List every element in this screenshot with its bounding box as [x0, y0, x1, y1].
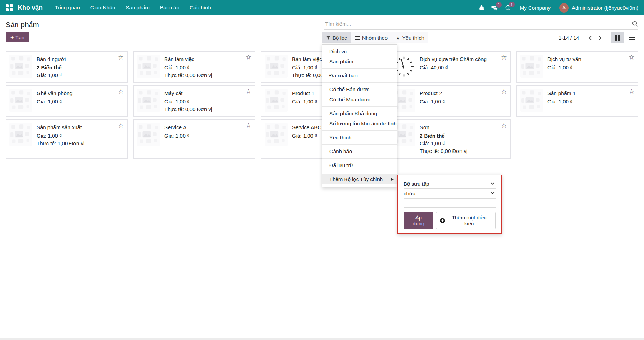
product-card-body: Bàn làm việc Giá: 1,00 ₫ Thực tế: 0,00 Đ… — [164, 55, 212, 79]
chevron-down-icon — [490, 182, 495, 185]
pager-counter: 1-14 / 14 — [559, 35, 579, 41]
product-card[interactable]: Ghế văn phòng Giá: 1,00 ₫ — [6, 85, 128, 117]
product-image-placeholder — [9, 89, 32, 112]
apply-button[interactable]: Áp dụng — [404, 212, 433, 229]
nav-item-products[interactable]: Sản phẩm — [120, 0, 155, 15]
page-title: Sản phẩm — [6, 20, 39, 29]
filters-button-label: Bộ lọc — [332, 35, 347, 41]
product-card[interactable]: Sản phẩm sản xuất Giá: 1,00 ₫ Thực tế: 1… — [6, 119, 128, 159]
star-icon[interactable] — [501, 87, 507, 95]
star-icon[interactable] — [118, 87, 124, 95]
nav-item-transfers[interactable]: Giao Nhận — [85, 0, 121, 15]
favorite-icon — [396, 35, 400, 41]
kanban-view-button[interactable] — [611, 32, 624, 43]
product-card[interactable]: Service A Giá: 1,00 ₫ — [133, 119, 255, 159]
nav-item-reports[interactable]: Báo cáo — [155, 0, 185, 15]
activity-icon[interactable]: 1 — [505, 5, 511, 11]
product-onhand-qty: Thực tế: 0,00 Đơn vị — [420, 147, 467, 155]
bug-icon[interactable] — [479, 5, 485, 11]
favorites-button[interactable]: Yêu thích — [392, 32, 428, 43]
app-brand[interactable]: Kho vận — [18, 4, 43, 11]
view-switcher — [611, 32, 638, 43]
apps-menu-icon[interactable] — [6, 4, 13, 11]
menu-divider — [322, 158, 397, 159]
product-title: Sơn — [420, 124, 467, 131]
add-condition-button[interactable]: Thêm một điều kiện — [436, 212, 496, 229]
star-icon[interactable] — [501, 122, 507, 130]
star-icon[interactable] — [246, 53, 252, 61]
filter-menu-item[interactable]: Cảnh báo — [322, 146, 397, 156]
product-title: Sản phẩm sản xuất — [37, 124, 84, 131]
groupby-button[interactable]: Nhóm theo — [351, 32, 392, 43]
pager-next-button[interactable] — [595, 33, 605, 43]
product-title: Ghế văn phòng — [37, 90, 73, 97]
search-bar — [324, 18, 638, 30]
nav-item-overview[interactable]: Tổng quan — [50, 0, 85, 15]
product-image-placeholder — [520, 89, 543, 112]
product-card-body: Dịch vụ dựa trên Chấm công Giá: 40,00 ₫ — [420, 55, 487, 79]
product-card[interactable]: Dịch vụ dựa trên Chấm công Giá: 40,00 ₫ — [389, 51, 511, 83]
star-icon[interactable] — [629, 53, 635, 61]
star-icon[interactable] — [246, 122, 252, 130]
product-card-body: Dịch vụ tư vấn Giá: 1,00 ₫ — [547, 55, 581, 79]
product-card[interactable]: Sơn 2 Biến thể Giá: 1,00 ₫ Thực tế: 0,00… — [389, 119, 511, 159]
list-view-button[interactable] — [624, 32, 638, 43]
filter-menu-item[interactable]: Sản phẩm Khả dụng — [322, 108, 397, 118]
create-button[interactable]: Tạo — [6, 32, 29, 42]
menu-divider — [322, 144, 397, 145]
product-card[interactable]: Dịch vụ tư vấn Giá: 1,00 ₫ — [516, 51, 638, 83]
create-button-label: Tạo — [15, 34, 24, 40]
filter-menu-item[interactable]: Có thể Bán được — [322, 84, 397, 94]
filter-menu-item[interactable]: Đã xuất bản — [322, 70, 397, 80]
product-card[interactable]: Sản phẩm 1 Giá: 1,00 ₫ — [516, 85, 638, 117]
star-icon[interactable] — [118, 122, 124, 130]
product-card[interactable]: Máy cắt Giá: 1,00 ₫ Thực tế: 0,00 Đơn vị — [133, 85, 255, 117]
filter-menu-item[interactable]: Dịch vụ — [322, 46, 397, 56]
user-menu[interactable]: A Administrator (fj6nyue0vi9m) — [559, 3, 638, 13]
product-price: Giá: 1,00 ₫ — [547, 64, 581, 71]
product-price: Giá: 1,00 ₫ — [292, 132, 321, 140]
product-title: Bàn 4 người — [37, 55, 66, 63]
custom-filter-field-select[interactable]: Bộ sưu tập — [404, 179, 496, 189]
nav-item-config[interactable]: Cấu hình — [185, 0, 216, 15]
horizontal-scrollbar[interactable] — [0, 338, 644, 340]
product-image-placeholder — [9, 55, 32, 78]
product-card[interactable]: Product 2 Giá: 1,00 ₫ — [389, 85, 511, 117]
app-menu: Tổng quan Giao Nhận Sản phẩm Báo cáo Cấu… — [50, 0, 216, 15]
filter-menu-item[interactable]: Sản phẩm — [322, 56, 397, 67]
custom-filter-value-input[interactable] — [404, 199, 496, 208]
product-card-body: Sản phẩm sản xuất Giá: 1,00 ₫ Thực tế: 1… — [37, 123, 84, 155]
product-card-body: Ghế văn phòng Giá: 1,00 ₫ — [37, 89, 73, 113]
product-card[interactable]: Bàn làm việc Giá: 1,00 ₫ Thực tế: 0,00 Đ… — [133, 51, 255, 83]
search-icon[interactable] — [632, 21, 638, 27]
groupby-button-label: Nhóm theo — [362, 35, 388, 41]
pager-previous-button[interactable] — [585, 33, 595, 43]
custom-filter-operator-select[interactable]: chứa — [404, 189, 496, 199]
filters-button[interactable]: Bộ lọc — [322, 32, 351, 43]
add-condition-label: Thêm một điều kiện — [446, 215, 492, 226]
product-card[interactable]: Bàn 4 người 2 Biến thể Giá: 1,00 ₫ — [6, 51, 128, 83]
messages-icon[interactable]: 1 — [491, 5, 498, 11]
menu-divider — [322, 82, 397, 83]
product-title: Product 2 — [420, 90, 445, 97]
product-price: Giá: 1,00 ₫ — [420, 140, 467, 147]
custom-filter-operator-value: chứa — [404, 191, 415, 196]
product-image-placeholder — [520, 55, 543, 78]
product-title: Sản phẩm 1 — [547, 90, 576, 97]
filter-menu-item[interactable]: Thêm Bộ lọc Tùy chỉnh — [322, 174, 397, 184]
filter-menu-item[interactable]: Đã lưu trữ — [322, 160, 397, 170]
filter-menu-item[interactable]: Yêu thích — [322, 132, 397, 142]
filter-menu-item[interactable]: Số lượng tồn kho âm dự tính — [322, 118, 397, 129]
star-icon[interactable] — [501, 53, 507, 61]
custom-filter-actions: Áp dụng Thêm một điều kiện — [404, 212, 496, 229]
star-icon[interactable] — [118, 53, 124, 61]
filter-icon — [326, 36, 330, 40]
filter-menu-item[interactable]: Có thể Mua được — [322, 94, 397, 105]
product-onhand-qty: Thực tế: 0,00 Đơn vị — [164, 71, 212, 79]
star-icon[interactable] — [246, 87, 252, 95]
product-variants: 2 Biến thể — [37, 64, 66, 71]
company-switcher[interactable]: My Company — [520, 5, 551, 11]
product-image-placeholder — [265, 89, 288, 112]
star-icon[interactable] — [629, 87, 635, 95]
search-input[interactable] — [324, 21, 632, 27]
